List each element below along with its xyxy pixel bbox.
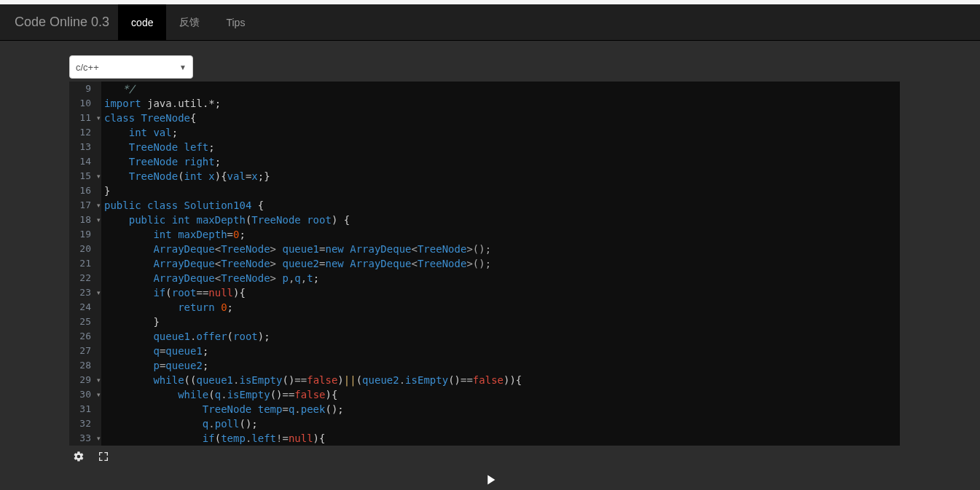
code-line[interactable]: import java.util.*;: [104, 96, 900, 111]
fold-marker: [95, 402, 101, 416]
code-line[interactable]: }: [104, 183, 900, 198]
line-number: 11: [69, 111, 95, 125]
code-line[interactable]: TreeNode left;: [104, 140, 900, 154]
fold-marker[interactable]: ▾: [95, 213, 101, 227]
code-line[interactable]: }: [104, 315, 900, 329]
fold-marker: [95, 329, 101, 344]
code-line[interactable]: ArrayDeque<TreeNode> p,q,t;: [104, 271, 900, 285]
code-line[interactable]: return 0;: [104, 300, 900, 315]
line-number: 9: [69, 82, 95, 96]
code-area[interactable]: */import java.util.*;class TreeNode{ int…: [101, 82, 900, 446]
line-number: 33: [69, 431, 95, 446]
line-number: 22: [69, 271, 95, 285]
line-number: 28: [69, 358, 95, 373]
fold-marker: [95, 125, 101, 140]
fold-marker: [95, 358, 101, 373]
code-line[interactable]: if(temp.left!=null){: [104, 431, 900, 446]
expand-icon[interactable]: [97, 450, 110, 463]
line-number: 20: [69, 242, 95, 256]
fold-marker[interactable]: ▾: [95, 431, 101, 446]
fold-marker: [95, 154, 101, 169]
line-number: 25: [69, 315, 95, 329]
code-line[interactable]: int val;: [104, 125, 900, 140]
fold-marker: [95, 256, 101, 271]
code-line[interactable]: while(q.isEmpty()==false){: [104, 387, 900, 402]
chevron-down-icon: ▼: [179, 63, 187, 71]
code-line[interactable]: ArrayDeque<TreeNode> queue2=new ArrayDeq…: [104, 256, 900, 271]
fold-marker: [95, 300, 101, 315]
code-line[interactable]: TreeNode temp=q.peek();: [104, 402, 900, 416]
brand: Code Online 0.3: [6, 15, 118, 30]
code-editor[interactable]: 9101112131415161718192021222324252627282…: [69, 82, 900, 446]
line-number: 12: [69, 125, 95, 140]
gear-icon[interactable]: [72, 450, 85, 463]
fold-marker[interactable]: ▾: [95, 111, 101, 125]
code-line[interactable]: TreeNode right;: [104, 154, 900, 169]
editor-toolstrip: [69, 446, 911, 463]
fold-marker[interactable]: ▾: [95, 198, 101, 213]
fold-marker: [95, 242, 101, 256]
play-icon[interactable]: [482, 472, 498, 490]
line-number: 16: [69, 183, 95, 198]
fold-marker[interactable]: ▾: [95, 285, 101, 300]
code-line[interactable]: TreeNode(int x){val=x;}: [104, 169, 900, 183]
code-line[interactable]: queue1.offer(root);: [104, 329, 900, 344]
code-line[interactable]: public class Solution104 {: [104, 198, 900, 213]
fold-marker: [95, 315, 101, 329]
nav-tab-1[interactable]: 反馈: [166, 4, 213, 40]
line-number: 14: [69, 154, 95, 169]
line-number: 30: [69, 387, 95, 402]
line-number: 21: [69, 256, 95, 271]
line-number: 31: [69, 402, 95, 416]
line-number: 17: [69, 198, 95, 213]
code-line[interactable]: class TreeNode{: [104, 111, 900, 125]
line-number: 15: [69, 169, 95, 183]
code-line[interactable]: public int maxDepth(TreeNode root) {: [104, 213, 900, 227]
fold-marker[interactable]: ▾: [95, 387, 101, 402]
code-line[interactable]: q.poll();: [104, 416, 900, 431]
navbar: Code Online 0.3 code反馈Tips: [0, 4, 980, 41]
code-line[interactable]: if(root==null){: [104, 285, 900, 300]
run-bar: [69, 463, 911, 490]
line-number: 27: [69, 344, 95, 358]
workspace: c/c++ ▼ 91011121314151617181920212223242…: [0, 41, 980, 490]
nav-tab-2[interactable]: Tips: [213, 4, 258, 40]
fold-marker: [95, 140, 101, 154]
code-line[interactable]: q=queue1;: [104, 344, 900, 358]
line-number: 23: [69, 285, 95, 300]
fold-marker: [95, 96, 101, 111]
fold-marker: [95, 183, 101, 198]
code-line[interactable]: ArrayDeque<TreeNode> queue1=new ArrayDeq…: [104, 242, 900, 256]
code-line[interactable]: p=queue2;: [104, 358, 900, 373]
nav-tab-0[interactable]: code: [118, 4, 166, 40]
line-number: 10: [69, 96, 95, 111]
code-line[interactable]: int maxDepth=0;: [104, 227, 900, 242]
fold-column: ▾▾▾▾▾▾▾▾: [95, 82, 101, 446]
language-select[interactable]: c/c++ ▼: [69, 55, 193, 79]
line-number: 29: [69, 373, 95, 387]
line-number: 19: [69, 227, 95, 242]
language-select-value: c/c++: [76, 62, 99, 73]
code-line[interactable]: */: [104, 82, 900, 96]
fold-marker[interactable]: ▾: [95, 169, 101, 183]
line-number: 26: [69, 329, 95, 344]
gutter: 9101112131415161718192021222324252627282…: [69, 82, 95, 446]
fold-marker[interactable]: ▾: [95, 373, 101, 387]
fold-marker: [95, 271, 101, 285]
code-line[interactable]: while((queue1.isEmpty()==false)||(queue2…: [104, 373, 900, 387]
nav-tabs: code反馈Tips: [118, 4, 258, 40]
line-number: 18: [69, 213, 95, 227]
fold-marker: [95, 227, 101, 242]
fold-marker: [95, 344, 101, 358]
line-number: 13: [69, 140, 95, 154]
line-number: 24: [69, 300, 95, 315]
fold-marker: [95, 82, 101, 96]
fold-marker: [95, 416, 101, 431]
line-number: 32: [69, 416, 95, 431]
